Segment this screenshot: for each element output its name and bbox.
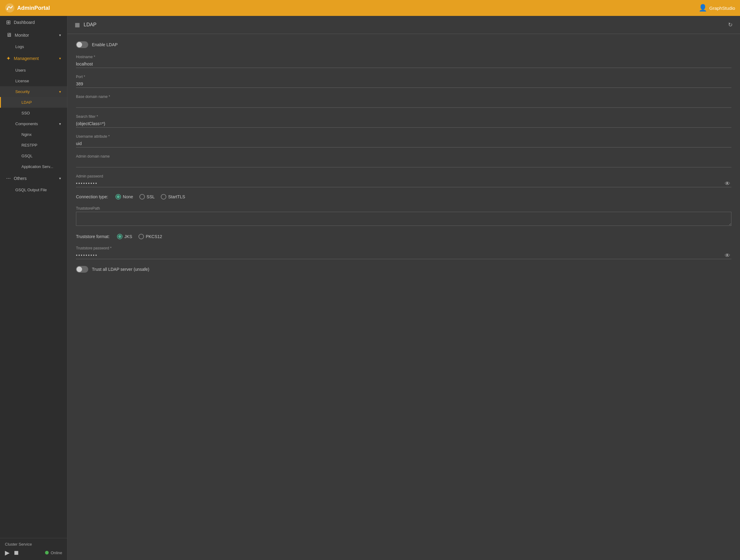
sidebar-item-security[interactable]: Security ▾ (0, 86, 67, 97)
sidebar-item-users[interactable]: Users (0, 65, 67, 76)
port-input[interactable] (76, 80, 731, 88)
admin-domain-input[interactable] (76, 160, 731, 167)
radio-starttls-label: StartTLS (168, 194, 185, 199)
port-label: Port * (76, 75, 731, 79)
toggle-knob (77, 42, 82, 47)
username-attr-label: Username attribute * (76, 134, 731, 139)
sidebar-item-monitor[interactable]: 🖥 Monitor ▾ (0, 29, 67, 41)
base-domain-label: Base domain name * (76, 95, 731, 99)
username-attr-group: Username attribute * (76, 134, 731, 147)
gsql-label: GSQL (21, 153, 32, 158)
connection-type-starttls[interactable]: StartTLS (161, 194, 185, 200)
components-label: Components (15, 121, 38, 126)
others-label: Others (14, 176, 27, 181)
connection-type-ssl[interactable]: SSL (140, 194, 155, 200)
connection-type-group: Connection type: None SSL StartTLS (76, 194, 731, 200)
content-header-left: ▦ LDAP (75, 21, 96, 28)
truststore-password-wrapper: 👁 (76, 251, 731, 259)
search-filter-label: Search filter * (76, 114, 731, 119)
truststore-path-input[interactable] (76, 212, 731, 226)
radio-jks-circle (117, 234, 122, 239)
cluster-controls: ▶ ⏹ Online (5, 549, 62, 556)
username: GraphStudio (709, 5, 735, 11)
sidebar-item-management[interactable]: ✦ Management ▾ (0, 52, 67, 65)
content-area: ▦ LDAP ↻ Enable LDAP Hostname * Port * (67, 16, 740, 560)
content-body: Enable LDAP Hostname * Port * Base domai… (67, 34, 740, 287)
truststore-path-group: TruststorePath (76, 206, 731, 227)
logo-icon (5, 3, 15, 13)
username-attr-input[interactable] (76, 140, 731, 147)
admin-password-eye-icon[interactable]: 👁 (725, 180, 730, 187)
refresh-icon[interactable]: ↻ (728, 21, 733, 28)
hostname-label: Hostname * (76, 55, 731, 59)
admin-domain-group: Admin domain name (76, 154, 731, 167)
radio-ssl-circle (140, 194, 145, 200)
truststore-password-group: Truststore password * 👁 (76, 246, 731, 259)
search-filter-input[interactable] (76, 120, 731, 128)
logo: AdminPortal (5, 3, 50, 13)
sidebar-item-others[interactable]: ··· Others ▾ (0, 172, 67, 185)
management-chevron: ▾ (59, 56, 61, 61)
hostname-group: Hostname * (76, 55, 731, 68)
truststore-format-group: Truststore format: JKS PKCS12 (76, 234, 731, 239)
online-dot (45, 551, 49, 555)
topbar-left: AdminPortal (5, 3, 50, 13)
nginx-label: Nginx (21, 132, 31, 137)
cluster-stop-btn[interactable]: ⏹ (13, 549, 19, 556)
sidebar-item-license[interactable]: License (0, 76, 67, 86)
trust-all-toggle[interactable] (76, 266, 88, 273)
ldap-label: LDAP (21, 100, 32, 105)
radio-pkcs12-label: PKCS12 (146, 234, 162, 239)
truststore-format-jks[interactable]: JKS (117, 234, 132, 239)
sidebar-item-nginx[interactable]: Nginx (0, 129, 67, 140)
port-group: Port * (76, 75, 731, 88)
users-label: Users (15, 68, 26, 73)
content-header: ▦ LDAP ↻ (67, 16, 740, 34)
trust-all-row: Trust all LDAP server (unsafe) (76, 266, 731, 273)
truststore-password-eye-icon[interactable]: 👁 (725, 252, 730, 258)
truststore-format-pkcs12[interactable]: PKCS12 (138, 234, 162, 239)
radio-none-circle (115, 194, 121, 200)
sidebar-item-gsql-output[interactable]: GSQL Output File (0, 185, 67, 195)
enable-ldap-toggle[interactable] (76, 41, 88, 48)
user-icon[interactable]: 👤 (699, 4, 707, 12)
connection-type-none[interactable]: None (115, 194, 133, 200)
admin-password-wrapper: 👁 (76, 180, 731, 187)
enable-ldap-label: Enable LDAP (92, 42, 118, 47)
base-domain-input[interactable] (76, 100, 731, 108)
dashboard-label: Dashboard (14, 20, 35, 25)
monitor-chevron: ▾ (59, 33, 61, 37)
trust-all-knob (77, 266, 82, 272)
enable-ldap-row: Enable LDAP (76, 41, 731, 48)
sidebar-item-logs[interactable]: Logs (0, 41, 67, 52)
security-chevron: ▾ (59, 90, 61, 94)
hostname-input[interactable] (76, 60, 731, 68)
logs-label: Logs (15, 44, 24, 49)
truststore-format-label: Truststore format: (76, 234, 110, 239)
cluster-play-btn[interactable]: ▶ (5, 549, 9, 556)
management-icon: ✦ (6, 55, 11, 62)
truststore-password-label: Truststore password * (76, 246, 731, 250)
license-label: License (15, 79, 29, 83)
admin-password-input[interactable] (76, 180, 731, 187)
base-domain-group: Base domain name * (76, 95, 731, 108)
sidebar-item-ldap[interactable]: LDAP (0, 97, 67, 108)
sidebar-item-gsql[interactable]: GSQL (0, 150, 67, 161)
truststore-password-input[interactable] (76, 251, 731, 259)
sidebar-item-restpp[interactable]: RESTPP (0, 140, 67, 150)
monitor-label: Monitor (15, 33, 29, 38)
sidebar-item-sso[interactable]: SSO (0, 108, 67, 118)
components-chevron: ▾ (59, 122, 61, 126)
radio-starttls-circle (161, 194, 166, 200)
sidebar-item-components[interactable]: Components ▾ (0, 118, 67, 129)
radio-ssl-label: SSL (147, 194, 155, 199)
radio-pkcs12-circle (138, 234, 144, 239)
content-title: LDAP (84, 22, 96, 27)
sidebar-item-dashboard[interactable]: ⊞ Dashboard (0, 16, 67, 29)
topbar: AdminPortal 👤 GraphStudio (0, 0, 740, 16)
sso-label: SSO (21, 111, 30, 115)
sidebar-item-appserv[interactable]: Application Serv... (0, 161, 67, 172)
restpp-label: RESTPP (21, 143, 37, 147)
sidebar-bottom: Cluster Service ▶ ⏹ Online (0, 538, 67, 560)
radio-jks-label: JKS (124, 234, 132, 239)
